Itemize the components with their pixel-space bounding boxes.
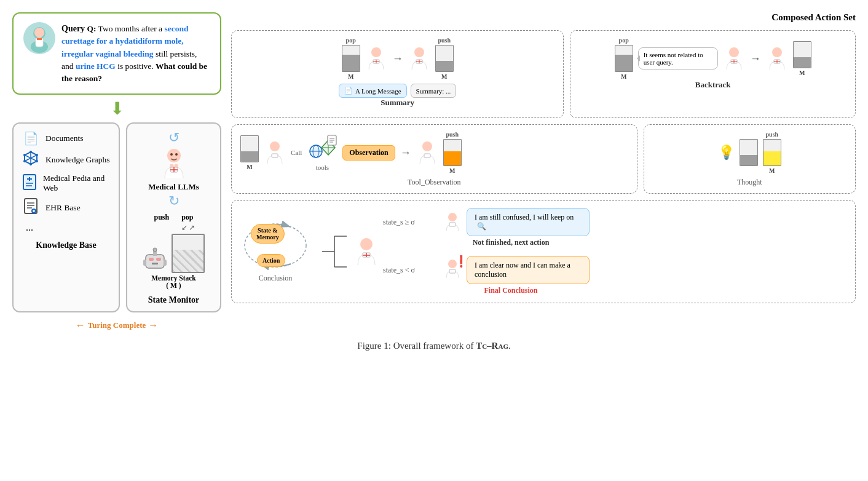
thought-stack-after: push M [763,131,781,174]
final-conclusion-label: Final Conclusion [432,286,590,295]
long-message-text: A Long Message [355,87,401,95]
kb-item-medical-pedia: Medical Pedia and Web [22,173,110,193]
tool-obs-stack-before: M [240,135,259,170]
backtrack-panel-title: Backtrack [579,80,846,90]
thought-panel: 💡 push M T [644,124,856,194]
backtrack-speech-bubble: It seems not related to user query. [638,47,718,70]
right-top-row: pop M → [231,30,856,118]
ehr-icon [22,198,39,217]
summary-text-box: Summary: ... [411,84,457,98]
robot-icon [143,247,167,273]
tools-label: tools [316,164,329,171]
avatar [23,22,55,54]
tool-obs-stack-after: push M [443,131,462,174]
summary-stack-before: pop M [342,37,360,80]
svg-rect-4 [37,38,42,40]
action-box: Action [257,254,285,267]
memory-stack-label: Memory Stack ( M ) [151,274,196,289]
svg-point-31 [170,153,173,156]
svg-rect-38 [156,258,161,261]
doctor-summary-after [408,46,430,71]
query-prefix: Q: Two months after a [87,24,164,33]
svg-point-44 [371,47,381,57]
exclamation-icon: ❗ [454,255,468,268]
summary-stack-after: push M [435,37,454,80]
lightbulb-icon: 💡 [718,145,735,161]
svg-point-2 [34,28,44,38]
svg-rect-42 [143,260,146,266]
doctor-tool-obs [264,140,286,165]
summary-panel-title: Summary [240,98,554,108]
state-monitor-title: State Monitor [148,295,200,305]
branch-lines-svg [319,224,350,279]
svg-point-9 [30,151,32,153]
svg-rect-87 [449,223,456,226]
svg-point-41 [153,248,157,252]
result-finished-text: I am clear now and I can make a conclusi… [475,261,570,279]
right-middle-row: M Call [231,124,856,194]
svg-rect-36 [146,255,164,268]
pop-label: pop [181,213,193,222]
svg-point-52 [729,47,739,57]
arrow-right-bt-icon: → [750,52,761,65]
down-arrow-icon: ⬇ [12,98,221,119]
svg-rect-39 [152,263,158,264]
medical-llm-label: Medical LLMs [148,182,199,192]
doctor-backtrack [723,46,745,71]
not-finished-label: Not finished, next action [432,238,590,247]
thought-panel-title: Thought [653,178,846,187]
svg-rect-43 [164,260,167,266]
doctor-tool-obs-after [416,140,438,165]
state-monitor-box: ↺ Medical LLMs [126,122,221,312]
doctor-not-finished [443,212,462,233]
kb-item-knowledge-graphs: Knowledge Graphs [22,151,110,169]
medical-pedia-icon [22,174,37,193]
svg-point-86 [448,213,457,221]
query-label: Query [61,24,85,33]
svg-point-10 [36,154,38,156]
svg-rect-29 [170,164,173,167]
circular-arrows-bottom-icon: ↻ [168,193,180,209]
knowledge-base-title: Knowledge Base [22,240,110,250]
svg-rect-61 [272,154,278,157]
observation-badge: Observation [342,145,395,161]
doctor-decision [353,237,379,266]
svg-point-13 [23,160,26,162]
decision-area: state_s ≥ σ I am still confused, I will … [319,208,590,295]
backtrack-panel: pop M It seems not related to user query… [570,30,856,118]
left-panel: Query Q: Two months after a second curet… [12,12,221,331]
long-message-box: 📄 A Long Message [339,84,407,98]
doctor-avatar-lg [159,147,189,181]
svg-point-12 [30,163,32,165]
kb-item-more: ... [22,222,110,233]
turing-arrow-left-icon: ← [76,320,85,331]
right-panel: Composed Action Set pop M [231,12,856,331]
arrow-right-obs-icon: → [400,146,411,159]
query-box: Query Q: Two months after a second curet… [12,12,221,95]
svg-point-56 [772,47,782,57]
document-icon: 📄 [22,131,39,146]
thought-stack-before [740,139,758,166]
circular-arrows-top-icon: ↺ [168,130,180,146]
state-memory-box: State &Memory [251,224,285,244]
summary-text: Summary: ... [416,87,451,95]
push-icon: push [438,37,451,44]
push-icon-thought: push [766,131,779,138]
kb-label-more: ... [26,222,33,233]
doctor-backtrack-after [766,46,788,71]
backtrack-stack-after: M [793,41,811,76]
doctor-summary [365,46,387,71]
tool-obs-panel-title: Tool_Observation [240,178,628,187]
caption-tc-rag: Tc–Rag [476,341,508,351]
backtrack-speech-text: It seems not related to user query. [644,51,703,66]
svg-point-11 [36,160,38,162]
tools-icons [307,134,337,162]
backtrack-stack-before: pop M [615,37,633,80]
svg-point-14 [23,154,26,156]
arrow-right-icon: → [392,52,403,65]
conclusion-panel: State &Memory Action Conclusion [231,200,856,303]
turing-arrow-right-icon: → [148,320,158,331]
tools-group: tools [307,134,337,171]
conclusion-title: Conclusion [259,274,293,283]
result-not-finished-text: I am still confused, I will keep on [475,213,574,221]
